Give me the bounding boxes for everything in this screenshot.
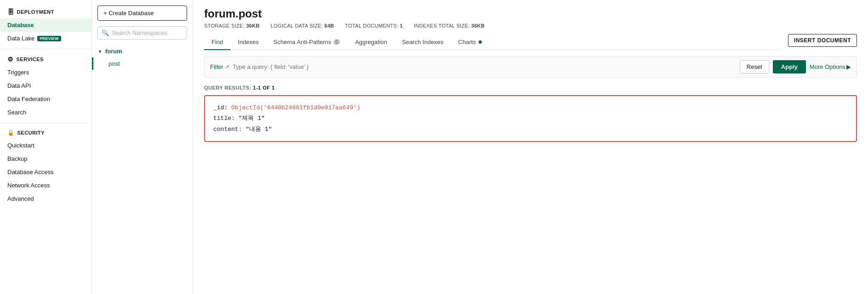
charts-dot — [479, 40, 482, 44]
more-options-link[interactable]: More Options ▶ — [810, 63, 851, 70]
docs-stat: TOTAL DOCUMENTS: 1 — [345, 23, 403, 28]
database-item-forum[interactable]: ▼ forum — [92, 45, 193, 57]
security-section: 🔒 SECURITY — [0, 127, 91, 139]
stats-bar: STORAGE SIZE: 36KB LOGICAL DATA SIZE: 64… — [204, 23, 485, 28]
doc-field-content: content: "내용 1" — [213, 124, 848, 135]
reset-button[interactable]: Reset — [740, 60, 769, 74]
collection-title: forum.post — [204, 7, 485, 20]
sidebar-item-data-lake[interactable]: Data Lake PREVIEW — [0, 32, 91, 45]
sidebar-item-advanced[interactable]: Advanced — [0, 192, 91, 205]
lock-icon: 🔒 — [7, 130, 15, 136]
deployment-section: 🗄 DEPLOYMENT — [0, 6, 91, 18]
main-content: forum.post STORAGE SIZE: 36KB LOGICAL DA… — [193, 0, 868, 294]
search-namespaces-box: 🔍 — [97, 26, 187, 40]
tab-find[interactable]: Find — [204, 35, 230, 50]
apply-button[interactable]: Apply — [773, 60, 806, 74]
deployment-icon: 🗄 — [7, 8, 14, 16]
services-icon: ⚙ — [7, 56, 14, 63]
sidebar-item-network-access[interactable]: Network Access — [0, 179, 91, 192]
sidebar: 🗄 DEPLOYMENT Database Data Lake PREVIEW … — [0, 0, 92, 294]
collection-item-post[interactable]: post — [92, 57, 193, 70]
document-card[interactable]: _id: ObjectId('6440b24661fb1d0e917aa649'… — [204, 95, 857, 142]
logical-stat: LOGICAL DATA SIZE: 64B — [271, 23, 334, 28]
tab-search-indexes[interactable]: Search Indexes — [394, 35, 451, 50]
search-namespaces-input[interactable] — [112, 29, 183, 36]
doc-field-title: title: "제목 1" — [213, 113, 848, 124]
sidebar-item-data-federation[interactable]: Data Federation — [0, 92, 91, 106]
insert-document-button[interactable]: INSERT DOCUMENT — [788, 34, 857, 47]
sidebar-item-search[interactable]: Search — [0, 106, 91, 119]
indexes-stat: INDEXES TOTAL SIZE: 36KB — [414, 23, 485, 28]
tab-aggregation[interactable]: Aggregation — [348, 35, 394, 50]
sidebar-item-data-api[interactable]: Data API — [0, 79, 91, 92]
sidebar-item-database-access[interactable]: Database Access — [0, 165, 91, 179]
preview-badge: PREVIEW — [37, 36, 61, 41]
sidebar-item-quickstart[interactable]: Quickstart — [0, 139, 91, 152]
external-link-icon: ↗ — [225, 64, 229, 69]
schema-badge: 0 — [333, 39, 341, 45]
create-database-button[interactable]: + Create Database — [97, 6, 187, 21]
chevron-right-icon: ▶ — [846, 63, 851, 70]
query-results-header: QUERY RESULTS: 1-1 OF 1 — [204, 85, 857, 90]
divider-1 — [0, 49, 91, 49]
tab-schema-anti-patterns[interactable]: Schema Anti-Patterns 0 — [266, 35, 348, 50]
filter-input[interactable] — [233, 63, 736, 70]
sidebar-item-backup[interactable]: Backup — [0, 152, 91, 165]
divider-2 — [0, 123, 91, 123]
doc-field-id: _id: ObjectId('6440b24661fb1d0e917aa649'… — [213, 102, 848, 113]
tab-charts[interactable]: Charts — [451, 35, 489, 50]
caret-icon: ▼ — [97, 49, 103, 54]
filter-bar: Filter ↗ Reset Apply More Options ▶ — [204, 56, 857, 78]
filter-buttons: Reset Apply More Options ▶ — [740, 60, 851, 74]
tabs: Find Indexes Schema Anti-Patterns 0 Aggr… — [204, 35, 781, 50]
filter-label[interactable]: Filter ↗ — [210, 63, 229, 70]
sidebar-item-database[interactable]: Database — [0, 18, 91, 32]
storage-stat: STORAGE SIZE: 36KB — [204, 23, 260, 28]
namespace-panel: + Create Database 🔍 ▼ forum post — [92, 0, 193, 294]
search-icon: 🔍 — [102, 29, 109, 36]
services-section: ⚙ SERVICES — [0, 53, 91, 66]
tab-indexes[interactable]: Indexes — [230, 35, 266, 50]
sidebar-item-triggers[interactable]: Triggers — [0, 66, 91, 79]
